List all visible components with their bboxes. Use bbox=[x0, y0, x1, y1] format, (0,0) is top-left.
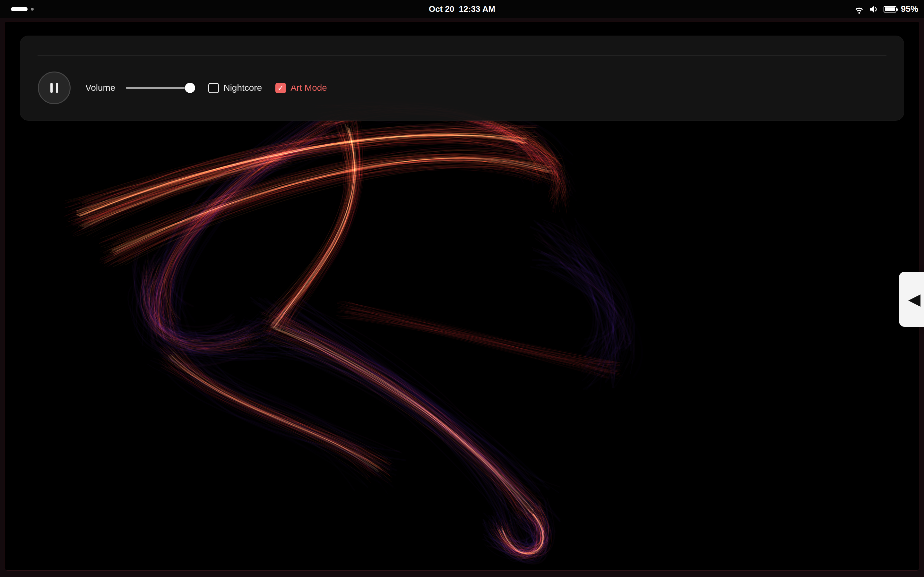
app-window: Volume Nightcore ✓ Art Mode bbox=[4, 21, 920, 571]
volume-slider[interactable] bbox=[126, 82, 195, 93]
nightcore-label: Nightcore bbox=[223, 83, 262, 93]
nightcore-checkbox[interactable]: Nightcore bbox=[208, 83, 262, 93]
speaker-icon bbox=[869, 4, 879, 15]
volume-label: Volume bbox=[86, 83, 115, 93]
pause-icon bbox=[50, 83, 58, 93]
drawer-handle[interactable]: ◀ bbox=[899, 272, 924, 327]
volume-slider-fill bbox=[126, 87, 190, 89]
system-indicators[interactable]: 95% bbox=[854, 0, 918, 18]
battery-percent: 95% bbox=[901, 4, 918, 14]
player-controls-panel: Volume Nightcore ✓ Art Mode bbox=[20, 35, 904, 121]
panel-divider bbox=[37, 55, 887, 56]
status-bar: Oct 20 12:33 AM 95% bbox=[0, 0, 924, 18]
battery-level bbox=[885, 7, 895, 11]
controls-row: Volume Nightcore ✓ Art Mode bbox=[38, 71, 327, 105]
artmode-checkbox-box: ✓ bbox=[275, 83, 286, 93]
volume-slider-track bbox=[126, 87, 195, 89]
check-icon: ✓ bbox=[277, 84, 284, 92]
pause-button[interactable] bbox=[38, 71, 71, 104]
battery-tip bbox=[897, 8, 898, 11]
collapse-arrow-icon: ◀ bbox=[908, 291, 921, 307]
volume-slider-thumb[interactable] bbox=[185, 83, 195, 93]
artmode-label: Art Mode bbox=[291, 83, 327, 93]
battery-icon bbox=[884, 6, 897, 13]
clock[interactable]: Oct 20 12:33 AM bbox=[0, 0, 924, 18]
wifi-icon bbox=[854, 4, 864, 15]
nightcore-checkbox-box bbox=[208, 83, 219, 93]
artmode-checkbox[interactable]: ✓ Art Mode bbox=[275, 83, 327, 93]
